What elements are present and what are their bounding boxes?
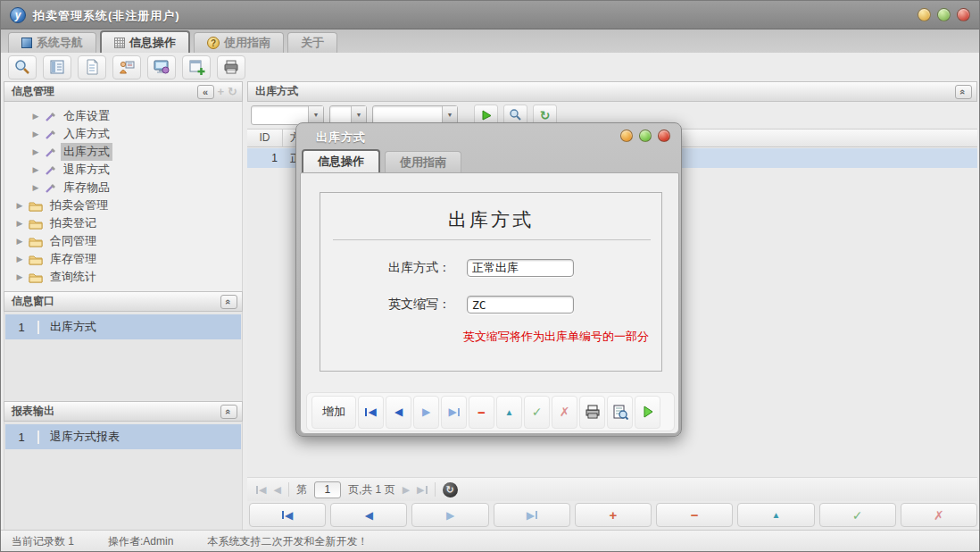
close-button[interactable] (957, 8, 970, 21)
tool-icon (45, 146, 56, 158)
form-row-abbr: 英文缩写： (388, 296, 574, 314)
expander-icon[interactable] (31, 112, 40, 121)
search-button[interactable] (8, 55, 37, 79)
tree-item-label: 查询统计 (47, 268, 99, 286)
nav-prev-button[interactable] (330, 503, 407, 527)
tab-system-navigation[interactable]: 系统导航 (8, 32, 96, 53)
save-record-button[interactable] (819, 503, 896, 527)
save-button[interactable] (524, 396, 550, 429)
document-button[interactable] (78, 55, 106, 79)
first-record-button[interactable] (358, 396, 384, 429)
info-window-row[interactable]: 1 出库方式 (5, 314, 241, 339)
prev-record-button[interactable] (386, 396, 411, 429)
expander-icon[interactable] (15, 237, 24, 246)
report-output-list: 1 退库方式报表 (4, 422, 243, 530)
expander-icon[interactable] (15, 272, 24, 281)
row-number: 1 (5, 431, 39, 444)
expander-icon[interactable] (31, 147, 40, 156)
page-number-input[interactable] (314, 481, 341, 498)
expander-icon[interactable] (15, 255, 24, 263)
cancel-record-button[interactable] (901, 503, 977, 527)
nav-last-button[interactable] (494, 503, 570, 527)
minimize-button[interactable] (918, 8, 931, 21)
collapse-panel-button[interactable] (955, 85, 972, 99)
report-output-row[interactable]: 1 退库方式报表 (5, 424, 241, 449)
tree-folder-inventory-mgmt[interactable]: 库存管理 (4, 250, 242, 268)
last-record-button[interactable] (441, 396, 467, 429)
add-record-button[interactable] (575, 503, 652, 527)
expander-icon[interactable] (15, 219, 24, 228)
dialog-tab-info-operation[interactable]: 信息操作 (302, 149, 380, 172)
dialog-tab-user-guide[interactable]: 使用指南 (385, 151, 461, 172)
delete-button[interactable] (469, 396, 494, 429)
print-preview-button[interactable] (607, 396, 633, 429)
chevron-down-icon[interactable] (308, 106, 323, 124)
dialog-title-bar[interactable]: 出库方式 (296, 123, 681, 149)
edit-record-button[interactable] (737, 503, 814, 527)
dialog-close-button[interactable] (658, 130, 670, 142)
tree-item-warehouse-setup[interactable]: 仓库设置 (4, 107, 242, 125)
delete-record-button[interactable] (656, 503, 733, 527)
tab-info-operation[interactable]: 信息操作 (100, 30, 190, 53)
expander-icon[interactable] (15, 201, 24, 210)
navigator-icon (21, 38, 32, 48)
print-button[interactable] (579, 396, 605, 429)
monitor-globe-button[interactable] (147, 55, 176, 79)
form-list-icon (48, 58, 66, 76)
tree-item-outbound-method[interactable]: 出库方式 (4, 143, 242, 161)
refresh-icon[interactable] (228, 85, 237, 99)
tab-label: 使用指南 (224, 35, 270, 51)
abbr-input[interactable] (467, 296, 574, 314)
main-panel-title: 出库方式 (255, 85, 298, 97)
nav-first-button[interactable] (249, 503, 326, 527)
document-icon (83, 58, 101, 76)
add-icon[interactable] (218, 85, 225, 99)
tree-folder-auction-registration[interactable]: 拍卖登记 (4, 214, 242, 232)
expander-icon[interactable] (31, 130, 40, 138)
cancel-icon (934, 508, 944, 523)
last-page-button[interactable] (417, 484, 427, 496)
tree-folder-contract-mgmt[interactable]: 合同管理 (4, 232, 242, 250)
execute-button[interactable] (635, 396, 660, 429)
prev-page-button[interactable] (273, 484, 280, 496)
next-record-button[interactable] (413, 396, 439, 429)
chevron-down-icon[interactable] (442, 106, 457, 124)
window-add-button[interactable] (182, 55, 211, 79)
report-output-title: 报表输出 (12, 405, 54, 417)
dialog-title: 出库方式 (316, 130, 366, 146)
operator-name: 操作者:Admin (108, 534, 173, 549)
expander-icon[interactable] (31, 165, 40, 174)
row-label: 退库方式报表 (39, 429, 120, 445)
print-preview-icon (612, 404, 628, 420)
chevron-down-icon[interactable] (351, 106, 366, 124)
folder-icon (29, 218, 43, 230)
method-input[interactable] (467, 259, 574, 277)
maximize-button[interactable] (937, 8, 951, 21)
grid-col-id[interactable]: ID (247, 130, 283, 146)
first-page-button[interactable] (256, 484, 266, 496)
user-board-button[interactable] (112, 55, 141, 79)
nav-next-button[interactable] (411, 503, 488, 527)
expander-icon[interactable] (31, 183, 40, 192)
form-list-button[interactable] (43, 55, 71, 79)
cancel-button[interactable] (552, 396, 577, 429)
dialog-minimize-button[interactable] (620, 130, 633, 142)
tree-item-inbound-method[interactable]: 入库方式 (4, 125, 242, 143)
combo-value (373, 106, 442, 124)
collapse-section-button[interactable] (220, 295, 237, 309)
tree-folder-auction-mgmt[interactable]: 拍卖会管理 (4, 197, 242, 214)
edit-button[interactable] (496, 396, 522, 429)
next-page-button[interactable] (403, 484, 410, 496)
collapse-sidebar-button[interactable] (197, 85, 214, 99)
collapse-section-button[interactable] (220, 405, 237, 419)
dialog-maximize-button[interactable] (639, 130, 652, 142)
monitor-globe-icon (153, 58, 170, 76)
reload-grid-button[interactable] (443, 482, 458, 498)
printer-button[interactable] (217, 55, 245, 79)
tree-item-return-method[interactable]: 退库方式 (4, 161, 242, 179)
tree-item-inventory-items[interactable]: 库存物品 (4, 179, 242, 197)
tab-user-guide[interactable]: 使用指南 (194, 32, 284, 53)
tree-folder-query-statistics[interactable]: 查询统计 (4, 268, 242, 286)
tab-about[interactable]: 关于 (287, 32, 337, 53)
add-button[interactable]: 增加 (311, 396, 356, 429)
